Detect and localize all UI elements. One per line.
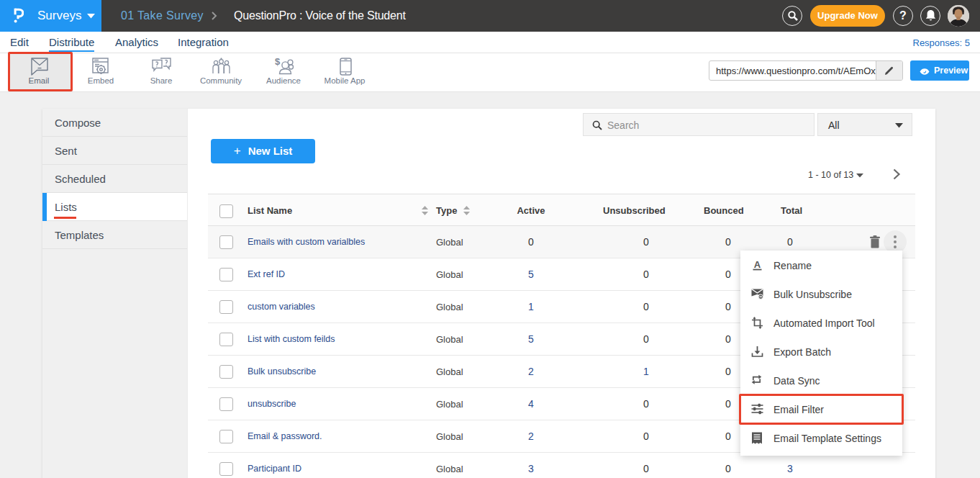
svg-text:$: $ [275,58,281,67]
svg-text:A: A [754,259,761,270]
